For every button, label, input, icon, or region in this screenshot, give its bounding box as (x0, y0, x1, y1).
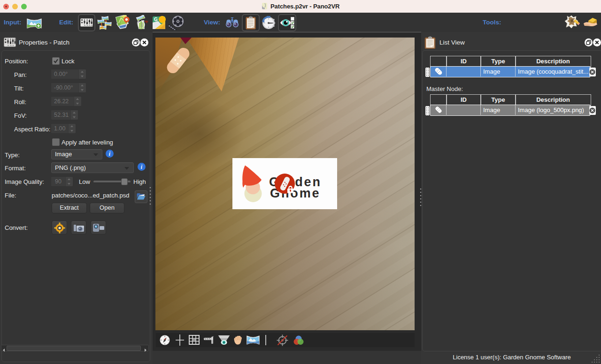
svg-text:G: G (154, 17, 158, 22)
